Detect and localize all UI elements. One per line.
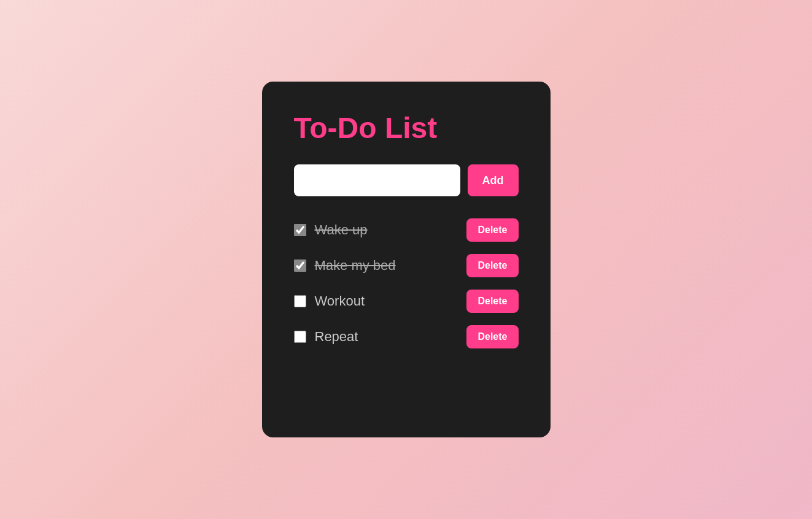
todo-card: To-Do List Add Wake upDeleteMake my bedD… [262, 82, 551, 437]
task-list: Wake upDeleteMake my bedDeleteWorkoutDel… [294, 218, 519, 348]
task-input[interactable] [294, 164, 460, 196]
delete-button-3[interactable]: Delete [466, 290, 518, 313]
task-checkbox-2[interactable] [294, 260, 306, 272]
task-label-3: Workout [315, 293, 458, 309]
task-label-1: Wake up [315, 222, 458, 238]
task-label-2: Make my bed [315, 258, 458, 274]
task-checkbox-1[interactable] [294, 224, 306, 236]
task-item: WorkoutDelete [294, 290, 519, 313]
task-item: Wake upDelete [294, 218, 519, 242]
add-button[interactable]: Add [468, 164, 519, 196]
task-item: RepeatDelete [294, 325, 519, 348]
delete-button-2[interactable]: Delete [466, 254, 518, 277]
delete-button-4[interactable]: Delete [466, 325, 518, 348]
add-task-row: Add [294, 164, 519, 196]
delete-button-1[interactable]: Delete [466, 218, 518, 242]
task-checkbox-3[interactable] [294, 295, 306, 307]
task-label-4: Repeat [315, 329, 458, 345]
app-title: To-Do List [294, 111, 519, 145]
task-item: Make my bedDelete [294, 254, 519, 277]
task-checkbox-4[interactable] [294, 331, 306, 343]
